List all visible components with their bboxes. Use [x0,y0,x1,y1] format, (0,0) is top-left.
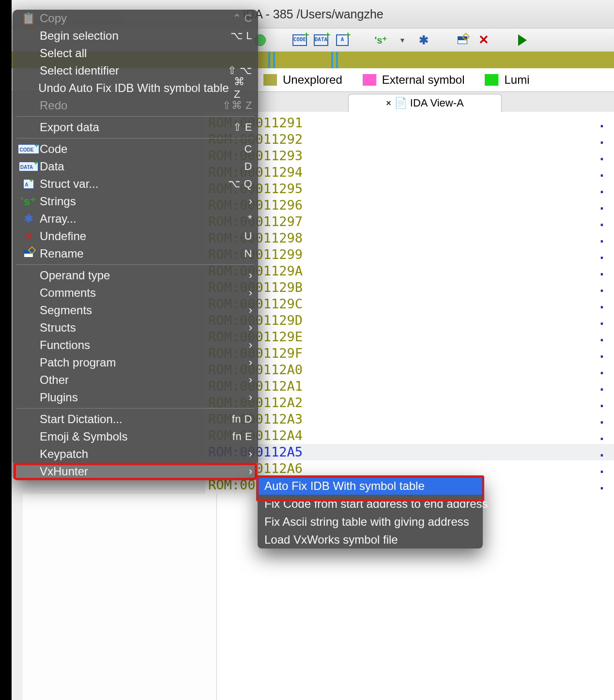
disasm-line[interactable]: ROM:000112A4. [208,427,614,444]
disasm-line[interactable]: ROM:0001129D. [208,312,614,329]
disasm-line[interactable]: ROM:0001129F. [208,345,614,362]
menu-item-vxhunter[interactable]: VxHunter› [13,463,258,480]
menu-item-undo[interactable]: Undo Auto Fix IDB With symbol table⌘ Z [13,79,258,97]
menu-item-label: Rename [40,247,240,260]
struct-icon[interactable]: A [336,34,349,46]
menu-item-label: Plugins [40,391,244,404]
window-title: IDA - 385 /Users/wangzhe [243,7,383,21]
disasm-line[interactable]: ROM:000112A1. [208,378,614,395]
strings-icon[interactable]: 's⁺ [375,34,387,46]
chevron-right-icon: › [249,195,252,208]
disasm-line[interactable]: ROM:000112A2. [208,395,614,411]
disasm-line[interactable]: ROM:00011292. [208,131,614,148]
menu-item-plugins[interactable]: Plugins› [13,389,258,406]
menu-item-shortcut: N [245,247,252,260]
submenu-item-2[interactable]: Fix Ascii string table with giving addre… [258,513,483,531]
strings-icon: 's⁺ [22,195,35,208]
menu-item-select-all[interactable]: Select all [13,45,258,62]
menu-item-label: Select identifier [40,64,223,77]
dropdown-icon[interactable]: ▼ [396,34,409,46]
menu-item-comments[interactable]: Comments› [13,284,258,302]
menu-item-label: Emoji & Symbols [40,430,228,443]
menu-item-label: Select all [40,46,252,60]
menu-item-shortcut: C [245,143,252,155]
disasm-line[interactable]: ROM:000112A5. [208,444,614,460]
disasm-line[interactable]: ROM:00011291. [208,115,614,131]
menu-item-emoji-symbols[interactable]: Emoji & Symbolsfn E [13,428,258,445]
play-icon[interactable] [516,34,529,46]
menu-item-label: Struct var... [40,177,223,191]
menu-item-other[interactable]: Other› [13,371,258,389]
menu-item-export-data[interactable]: Export data⇧ E [13,119,258,136]
disasm-line[interactable]: ROM:00011298. [208,230,614,246]
menu-item-label: Comments [40,286,244,300]
menu-item-code[interactable]: CODECodeC [13,140,258,158]
chevron-right-icon: › [249,448,252,460]
menu-item-shortcut: fn E [232,430,252,443]
disasm-line[interactable]: ROM:00011294. [208,164,614,181]
disasm-line[interactable]: ROM:000112A6. [208,460,614,477]
array-icon[interactable]: ✱ [417,34,430,46]
code-icon: CODE [22,144,35,154]
legend-swatch [363,74,376,86]
disasm-line[interactable]: ROM:0001129E. [208,329,614,345]
menu-item-label: Other [40,373,244,387]
menu-item-shortcut: ⇧⌘ Z [222,99,252,112]
data-icon[interactable]: DATA [315,34,327,46]
disasm-line[interactable]: ROM:000112A0. [208,362,614,378]
chevron-right-icon: › [249,304,252,317]
menu-item-select-identifier[interactable]: Select identifier⇧ ⌥ [13,62,258,79]
edit-icon[interactable] [456,34,469,46]
code-icon[interactable]: CODE [293,34,306,46]
menu-item-keypatch[interactable]: Keypatch› [13,445,258,463]
menu-item-undefine[interactable]: ✕UndefineU [13,228,258,245]
menu-item-label: Patch program [40,356,244,369]
disasm-line[interactable]: ROM:0001129C. [208,296,614,312]
legend-swatch [263,74,277,86]
menu-item-start-dictation[interactable]: Start Dictation...fn D [13,411,258,428]
menu-item-struct-var[interactable]: AStruct var...⌥ Q [13,175,258,193]
tab-ida-view-a[interactable]: × 📄 IDA View-A [348,94,502,112]
disasm-line[interactable]: ROM:00011299. [208,246,614,263]
legend-label: External symbol [382,73,465,87]
menu-item-patch-program[interactable]: Patch program› [13,354,258,371]
menu-item-label: Data [40,160,240,173]
menu-item-copy: 📋Copy⌃ C [13,10,258,27]
submenu-item-0[interactable]: Auto Fix IDB With symbol table [258,477,483,495]
menu-item-label: Functions [40,338,244,352]
disasm-line[interactable]: ROM:00011295. [208,181,614,197]
close-icon[interactable]: × [386,98,391,108]
submenu-item-1[interactable]: Fix Code from start address to end addre… [258,495,483,513]
disasm-line[interactable]: ROM:00011296. [208,197,614,213]
struct-icon: A [22,179,35,189]
menu-item-data[interactable]: DATADataD [13,158,258,175]
disasm-line[interactable]: ROM:00011297. [208,213,614,230]
submenu-item-3[interactable]: Load VxWorks symbol file [258,531,483,548]
menu-item-label: Copy [40,12,228,25]
menu-item-rename[interactable]: RenameN [13,245,258,262]
menu-item-begin-selection[interactable]: Begin selection⌥ L [13,27,258,45]
menu-item-strings[interactable]: 's⁺Strings› [13,193,258,210]
menu-item-label: Segments [40,304,244,317]
menu-item-structs[interactable]: Structs› [13,319,258,336]
disasm-line[interactable]: ROM:0001129B. [208,279,614,296]
menu-item-label: VxHunter [40,465,244,478]
legend-label: Lumi [504,73,529,87]
menu-item-shortcut: ⌥ L [230,30,252,42]
disasm-line[interactable]: ROM:000112A3. [208,411,614,427]
menu-item-label: Array... [40,212,243,226]
menu-item-operand-type[interactable]: Operand type› [13,267,258,284]
disassembly-view[interactable]: ROM:00011291.ROM:00011292.ROM:00011293.R… [205,112,614,700]
disasm-line[interactable]: ROM:0001129A. [208,263,614,279]
menu-item-segments[interactable]: Segments› [13,302,258,319]
undefine-icon[interactable]: ✕ [477,34,490,46]
disasm-line[interactable]: ROM:00011293. [208,148,614,164]
menu-item-array[interactable]: ✱Array...* [13,210,258,228]
legend-swatch [485,74,498,86]
menu-item-label: Begin selection [40,29,226,43]
menu-item-shortcut: ⌃ C [232,12,253,25]
chevron-right-icon: › [249,374,252,386]
pencil-icon [22,250,35,258]
menu-item-functions[interactable]: Functions› [13,336,258,354]
chevron-right-icon: › [249,287,252,299]
